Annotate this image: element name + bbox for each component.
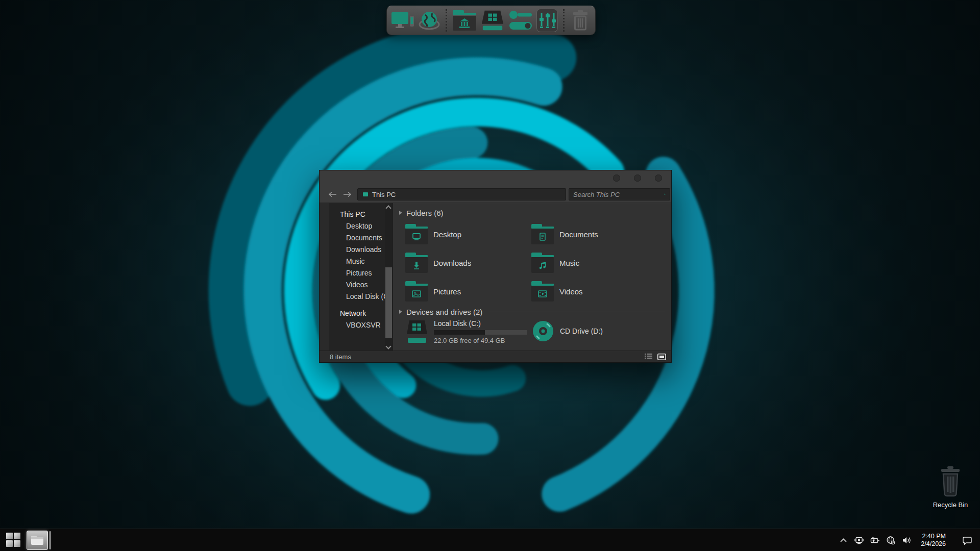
status-bar: 8 items [320,350,671,362]
tile-local-disk[interactable]: Local Disk (C:) 22.0 GB free of 49.4 GB [405,319,527,345]
virtualbox-tray-button[interactable] [853,535,865,546]
drive-name: CD Drive (D:) [560,327,603,335]
recycle-bin-icon [936,465,965,497]
battery-tray-button[interactable] [869,535,880,546]
dock-separator [563,9,565,32]
file-explorer-icon [31,535,44,546]
tile-downloads[interactable]: Downloads [405,251,528,274]
sidebar-item-downloads[interactable]: Downloads [329,243,385,255]
tile-music[interactable]: Music [531,251,654,274]
section-divider [451,213,665,213]
top-dock [386,6,596,35]
tile-label: Videos [559,287,583,296]
sidebar-item-documents[interactable]: Documents [329,232,385,243]
system-tray: 2:40 PM 2/4/2026 [838,533,980,548]
collapse-arrow-icon[interactable] [399,211,402,215]
capacity-bar [434,330,527,335]
details-view-icon[interactable] [645,354,652,360]
clock-date: 2/4/2026 [921,540,946,548]
sliders-icon [537,12,557,29]
tile-label: Downloads [433,259,471,267]
dock-item-system-drive[interactable] [480,8,505,33]
downloads-folder-icon [405,253,428,273]
taskbar-file-explorer-button[interactable] [27,531,48,550]
capacity-bar-fill [434,330,485,335]
forward-button[interactable] [341,188,354,201]
speaker-icon [902,536,912,544]
tile-cd-drive[interactable]: CD Drive (D:) [531,319,603,343]
forward-arrow-icon [343,191,352,197]
tile-label: Pictures [433,287,461,296]
tile-label: Music [559,259,579,267]
chevron-up-icon [840,538,847,543]
sidebar-item-local-disk[interactable]: Local Disk (C:) [329,290,385,302]
collapse-arrow-icon[interactable] [399,310,402,314]
sidebar-item-music[interactable]: Music [329,255,385,267]
volume-tray-button[interactable] [901,535,912,546]
windows-logo-icon [6,533,13,539]
tile-label: Desktop [433,230,461,239]
notification-icon [962,536,972,545]
sidebar-item-pictures[interactable]: Pictures [329,267,385,279]
dock-item-sliders[interactable] [536,9,558,32]
navigation-bar: This PC [320,186,671,203]
taskbar-clock[interactable]: 2:40 PM 2/4/2026 [921,533,946,548]
dock-item-trash[interactable] [570,8,591,33]
dock-item-network[interactable] [418,8,440,33]
dock-item-libraries[interactable] [452,8,477,33]
sidebar-item-this-pc[interactable]: This PC [329,208,385,220]
local-disk-icon [405,319,429,345]
start-button[interactable] [6,533,21,548]
dock-item-display[interactable] [391,8,414,33]
tile-desktop[interactable]: Desktop [405,222,528,246]
sidebar-item-network[interactable]: Network [329,307,385,319]
videos-folder-icon [531,281,554,302]
sidebar-scrollbar[interactable] [385,203,393,350]
navigation-pane: This PC Desktop Documents Downloads Musi… [329,203,385,350]
titlebar[interactable] [320,170,671,186]
network-tray-button[interactable] [885,535,896,546]
cd-drive-icon [531,319,555,343]
tile-documents[interactable]: Documents [531,222,654,246]
scroll-down-icon[interactable] [385,343,391,349]
folders-section-header: Folders (6) [399,208,665,217]
clock-time: 2:40 PM [921,533,946,540]
back-arrow-icon [328,191,337,197]
libraries-folder-icon [452,10,477,31]
window-chrome: This PC [320,170,671,203]
sidebar-item-desktop[interactable]: Desktop [329,220,385,232]
devices-section-title: Devices and drives (2) [406,308,482,316]
minimize-button[interactable] [613,174,620,182]
sidebar-item-vboxsvr[interactable]: VBOXSVR [329,319,385,331]
display-and-phone-icon [391,10,414,31]
window-body: This PC Desktop Documents Downloads Musi… [320,203,671,350]
action-center-button[interactable] [962,535,973,546]
folders-section-title: Folders (6) [406,209,444,217]
free-space-text: 22.0 GB free of 49.4 GB [434,337,527,344]
pictures-folder-icon [405,281,428,302]
search-box[interactable] [569,188,670,201]
documents-folder-icon [531,224,554,244]
close-button[interactable] [655,174,662,182]
address-bar[interactable]: This PC [357,188,566,201]
scroll-up-icon[interactable] [385,205,391,211]
tile-pictures[interactable]: Pictures [405,280,528,303]
back-button[interactable] [326,188,339,201]
desktop-icon-recycle-bin[interactable]: Recycle Bin [925,465,976,509]
search-input[interactable] [573,191,664,198]
this-pc-icon [363,192,368,196]
battery-charging-icon [870,536,880,544]
sidebar-item-videos[interactable]: Videos [329,279,385,290]
scrollbar-thumb[interactable] [385,267,392,338]
maximize-button[interactable] [634,174,641,182]
drive-name: Local Disk (C:) [434,319,527,328]
tile-videos[interactable]: Videos [531,280,654,303]
dock-separator [446,9,447,32]
file-explorer-window: This PC This PC Desktop Documents Downlo… [319,170,672,363]
search-icon[interactable] [664,191,666,198]
show-hidden-icons-button[interactable] [838,535,849,546]
large-icons-view-icon[interactable] [657,354,666,360]
recycle-bin-label: Recycle Bin [925,501,976,509]
dock-item-toggles[interactable] [508,8,533,33]
devices-section-header: Devices and drives (2) [399,307,665,316]
